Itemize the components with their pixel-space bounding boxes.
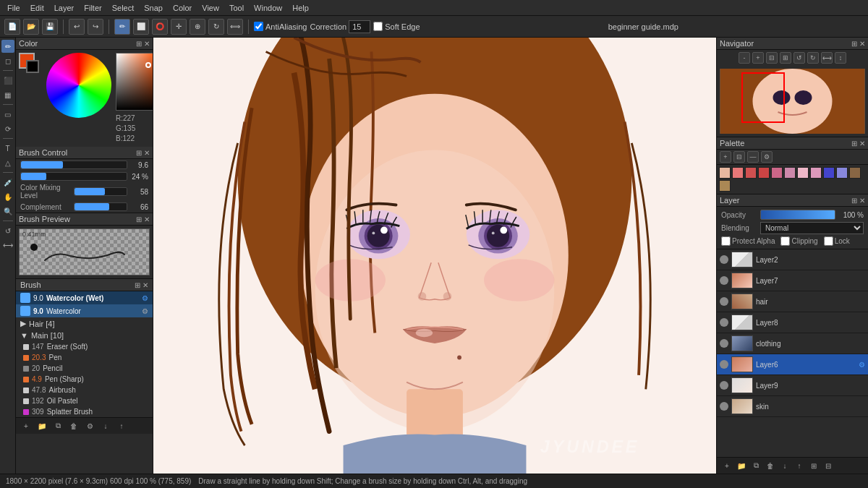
list-item[interactable]: 192 Oil Pastel	[16, 395, 153, 406]
palette-color[interactable]	[823, 167, 835, 179]
select-tool[interactable]: ⬜	[133, 19, 149, 35]
flip-tool[interactable]: ⟺	[227, 19, 243, 35]
gradient-tool[interactable]: ▦	[1, 88, 14, 101]
brush-add-btn[interactable]: +	[20, 420, 32, 432]
brush-folder-btn[interactable]: 📁	[36, 420, 48, 432]
list-item[interactable]: 20 Pencil	[16, 363, 153, 374]
new-btn[interactable]: 📄	[4, 19, 20, 35]
layer-down-btn[interactable]: ↓	[779, 460, 791, 471]
select-lasso-tool[interactable]: ⟳	[1, 122, 14, 135]
menu-select[interactable]: Select	[108, 2, 139, 14]
nav-rotate-left[interactable]: ↺	[793, 52, 805, 64]
watercolor-settings-icon[interactable]: ⚙	[142, 307, 148, 315]
eraser-tool[interactable]: ◻	[1, 54, 14, 67]
layer-item-skin[interactable]: skin	[717, 396, 868, 417]
menu-view[interactable]: View	[197, 2, 224, 14]
redo-btn[interactable]: ↪	[88, 19, 103, 35]
color-wheel[interactable]	[46, 53, 111, 118]
flip-view-tool[interactable]: ⟷	[1, 239, 14, 252]
palette-color[interactable]	[849, 167, 861, 179]
watercolor-active-row[interactable]: 9.0 Watercolor ⚙	[16, 304, 153, 317]
list-item[interactable]: 309 Splatter Brush	[16, 406, 153, 417]
layer-merge-btn[interactable]: ⊞	[808, 460, 820, 471]
layer-import-btn[interactable]: ⊟	[822, 460, 834, 471]
menu-file[interactable]: File	[3, 2, 25, 14]
nav-zoom-out[interactable]: -	[739, 52, 750, 64]
zoom-tool[interactable]: ⊕	[190, 19, 205, 35]
color-wheel-container[interactable]	[46, 53, 111, 118]
brush-copy-btn[interactable]: ⧉	[52, 420, 64, 432]
layer-item-layer7[interactable]: Layer7	[717, 270, 868, 291]
opacity-slider[interactable]	[20, 172, 127, 181]
nav-rotate-right[interactable]: ↻	[807, 52, 819, 64]
skin-vis[interactable]	[720, 402, 728, 411]
palette-tool1[interactable]: +	[720, 151, 731, 163]
layer-up-btn[interactable]: ↑	[793, 460, 805, 471]
layer-item-hair[interactable]: hair	[717, 291, 868, 312]
nav-flip-h[interactable]: ⟷	[821, 52, 833, 64]
watercolor-wet-row[interactable]: 9.0 Watercolor (Wet) ⚙	[16, 291, 153, 304]
navigator-expand[interactable]: ⊞	[851, 40, 857, 48]
brush-preview-close[interactable]: ✕	[144, 215, 150, 223]
brush-control-close[interactable]: ✕	[144, 149, 150, 157]
open-btn[interactable]: 📂	[23, 19, 39, 35]
undo-btn[interactable]: ↩	[69, 19, 85, 35]
brush-delete-btn[interactable]: 🗑	[68, 420, 80, 432]
layer6-gear-icon[interactable]: ⚙	[859, 361, 865, 369]
nav-fit[interactable]: ⊟	[766, 52, 778, 64]
layer-folder-btn[interactable]: 📁	[736, 460, 747, 471]
palette-tool3[interactable]: —	[747, 151, 759, 163]
zoom-view-tool[interactable]: 🔍	[1, 205, 14, 218]
shape-tool[interactable]: △	[1, 156, 14, 169]
palette-color[interactable]	[771, 167, 783, 179]
hair-vis[interactable]	[720, 297, 728, 306]
layer8-vis[interactable]	[720, 318, 728, 327]
palette-tool4[interactable]: ⚙	[761, 151, 773, 163]
palette-color[interactable]	[719, 167, 731, 179]
hair-category[interactable]: ▶ Hair [4]	[16, 317, 153, 330]
layer6-vis[interactable]	[720, 360, 728, 369]
menu-filter[interactable]: Filter	[80, 2, 106, 14]
palette-expand[interactable]: ⊞	[851, 140, 857, 147]
list-item[interactable]: 47.8 Airbrush	[16, 385, 153, 395]
protect-alpha-input[interactable]	[721, 236, 731, 246]
lock-check[interactable]: Lock	[824, 236, 850, 246]
correction-input[interactable]	[349, 20, 370, 33]
layer-add-btn[interactable]: +	[721, 460, 733, 471]
palette-color[interactable]	[719, 180, 731, 192]
list-item[interactable]: 4.9 Pen (Sharp)	[16, 374, 153, 385]
layer7-vis[interactable]	[720, 276, 728, 285]
menu-window[interactable]: Window	[250, 2, 286, 14]
brush-export-btn[interactable]: ↑	[116, 420, 127, 432]
palette-color[interactable]	[732, 167, 744, 179]
color-expand-btn[interactable]: ⊞	[136, 40, 142, 48]
canvas-area[interactable]: JYUNDEE	[153, 38, 716, 474]
fill-tool[interactable]: ⬛	[1, 74, 14, 87]
brush-import-btn[interactable]: ↓	[100, 420, 111, 432]
menu-tool[interactable]: Tool	[225, 2, 248, 14]
complement-slider[interactable]	[74, 202, 127, 211]
layer9-vis[interactable]	[720, 381, 728, 390]
select-rect-tool[interactable]: ▭	[1, 108, 14, 121]
brush-preview-expand[interactable]: ⊞	[136, 215, 142, 223]
lasso-tool[interactable]: ⭕	[152, 19, 168, 35]
palette-color[interactable]	[797, 167, 809, 179]
list-item[interactable]: 20.3 Pen	[16, 352, 153, 363]
rotate-view-tool[interactable]: ↺	[1, 224, 14, 237]
menu-help[interactable]: Help	[288, 2, 313, 14]
move-tool[interactable]: ✛	[171, 19, 187, 35]
softedge-checkbox[interactable]	[373, 22, 383, 31]
menu-layer[interactable]: Layer	[50, 2, 79, 14]
color-close-btn[interactable]: ✕	[144, 40, 150, 48]
layer-delete-btn[interactable]: 🗑	[765, 460, 776, 471]
brush-list-close[interactable]: ✕	[142, 281, 148, 289]
size-slider[interactable]	[20, 160, 127, 169]
menu-color[interactable]: Color	[169, 2, 196, 14]
rotate-tool[interactable]: ↻	[208, 19, 224, 35]
layer2-vis[interactable]	[720, 255, 728, 264]
clipping-check[interactable]: Clipping	[780, 236, 817, 246]
watercolor-wet-settings[interactable]: ⚙	[142, 294, 148, 302]
save-btn[interactable]: 💾	[42, 19, 58, 35]
brush-list-expand[interactable]: ⊞	[135, 281, 140, 289]
layer-expand[interactable]: ⊞	[851, 197, 857, 205]
